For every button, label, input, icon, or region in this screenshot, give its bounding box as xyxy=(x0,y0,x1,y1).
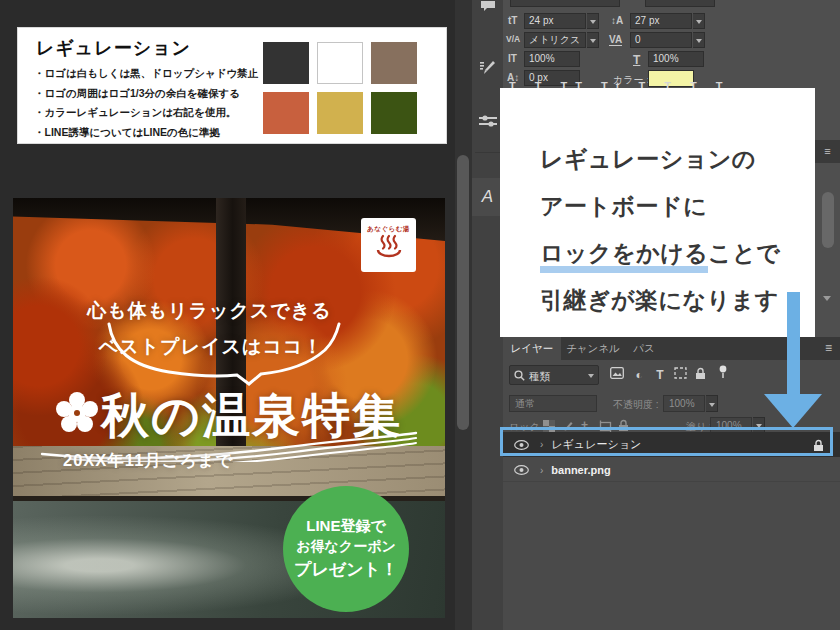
tracking-icon: VA xyxy=(609,34,622,46)
regulation-rule: ・LINE誘導についてはLINEの色に準拠 xyxy=(34,123,258,143)
panel-header-bar: ≡ xyxy=(815,140,840,163)
badge-line3: プレゼント！ xyxy=(294,558,398,581)
glyphs-panel-icon[interactable]: A xyxy=(472,178,503,216)
filter-pixel-layers-icon[interactable] xyxy=(609,367,625,383)
leading-icon: ↕A xyxy=(611,15,623,26)
regulation-rule: ・カラーレギュレーションは右記を使用。 xyxy=(34,103,258,123)
font-size-icon: tT xyxy=(508,15,517,26)
callout-line2: アートボードに xyxy=(540,183,815,230)
properties-panel-icon[interactable] xyxy=(472,104,503,138)
color-swatch xyxy=(263,42,309,84)
onsen-icon xyxy=(374,234,404,258)
regulation-title: レギュレーション xyxy=(36,36,191,60)
color-swatch xyxy=(371,42,417,84)
chevron-down-icon[interactable] xyxy=(823,296,831,301)
brush-settings-icon[interactable] xyxy=(472,50,503,84)
panel-scrollbar-thumb[interactable] xyxy=(822,192,834,248)
layer-row-banner[interactable]: › banner.png xyxy=(503,459,840,482)
color-swatch xyxy=(263,92,309,134)
tab-channels[interactable]: チャンネル xyxy=(561,337,625,360)
panel-menu-icon[interactable]: ≡ xyxy=(817,337,840,360)
character-panel: tT 24 px ↕A 27 px V/A メトリクス VA 0 IT 100%… xyxy=(503,0,840,96)
filter-shape-icon[interactable] xyxy=(672,367,688,383)
opacity-dropdown[interactable] xyxy=(706,395,718,412)
font-style-select[interactable] xyxy=(645,0,715,7)
callout-highlight: ロックをかける xyxy=(540,240,708,273)
onsen-logo-badge: あなぐらむ湯 xyxy=(361,218,416,272)
font-size-field[interactable]: 24 px xyxy=(524,13,586,29)
tab-layers[interactable]: レイヤー xyxy=(503,337,561,360)
annotation-highlight-border xyxy=(500,427,833,456)
opacity-label: 不透明度 : xyxy=(613,398,659,412)
filter-adjustment-icon[interactable]: ◐ xyxy=(631,367,647,383)
color-swatch xyxy=(317,42,363,84)
kerning-dropdown[interactable] xyxy=(587,32,599,48)
tutorial-callout: レギュレーションの アートボードに ロックをかけることで 引継ぎが楽になります xyxy=(500,88,815,337)
filter-type-icon[interactable]: T xyxy=(652,367,668,383)
vertical-scale-field[interactable]: 100% xyxy=(524,51,580,67)
callout-line1: レギュレーションの xyxy=(540,136,815,183)
regulation-rule: ・ロゴは白もしくは黒、ドロップシャドウ禁止 xyxy=(34,64,258,84)
photoshop-window: レギュレーション ・ロゴは白もしくは黒、ドロップシャドウ禁止 ・ロゴの周囲はロゴ… xyxy=(0,0,840,630)
tracking-dropdown[interactable] xyxy=(693,32,705,48)
annotation-arrow-shaft xyxy=(787,292,800,396)
speech-swash-icon xyxy=(103,320,343,388)
font-family-select[interactable] xyxy=(510,0,620,7)
line-coupon-badge: LINE登録で お得なクーポン プレゼント！ xyxy=(283,486,409,612)
banner-artboard[interactable]: あなぐらむ湯 心も体もリラックスできる ベストプレイスはココ！ xyxy=(13,198,445,618)
color-palette xyxy=(263,42,417,134)
panel-dock: A xyxy=(472,0,503,630)
canvas-area[interactable]: レギュレーション ・ロゴは白もしくは黒、ドロップシャドウ禁止 ・ロゴの周囲はロゴ… xyxy=(0,0,455,630)
callout-line4: 引継ぎが楽になります xyxy=(540,277,815,324)
callout-line3: ロックをかけることで xyxy=(540,230,815,277)
chevron-down-icon xyxy=(588,374,594,378)
horizontal-scale-icon: T xyxy=(633,53,640,67)
opacity-field[interactable]: 100% xyxy=(663,395,705,412)
canvas-scrollbar[interactable] xyxy=(455,0,472,630)
expand-chevron-icon[interactable]: › xyxy=(540,465,543,476)
tracking-field[interactable]: 0 xyxy=(630,32,692,48)
leading-dropdown[interactable] xyxy=(693,13,705,29)
layer-name[interactable]: banner.png xyxy=(551,464,610,476)
scrollbar-thumb[interactable] xyxy=(457,155,469,430)
regulation-rules: ・ロゴは白もしくは黒、ドロップシャドウ禁止 ・ロゴの周囲はロゴ1/3分の余白を確… xyxy=(34,64,258,142)
panel-menu-icon[interactable]: ≡ xyxy=(824,145,830,157)
badge-line2: お得なクーポン xyxy=(296,538,396,556)
badge-line1: LINE登録で xyxy=(306,517,386,536)
filter-toggle-pin[interactable] xyxy=(715,365,731,381)
blend-mode-select[interactable]: 通常 xyxy=(509,395,597,412)
vertical-scale-icon: IT xyxy=(508,53,517,64)
font-size-dropdown[interactable] xyxy=(587,13,599,29)
logo-text: あなぐらむ湯 xyxy=(361,225,416,234)
regulation-artboard[interactable]: レギュレーション ・ロゴは白もしくは黒、ドロップシャドウ禁止 ・ロゴの周囲はロゴ… xyxy=(17,27,447,144)
color-swatch xyxy=(317,92,363,134)
comment-panel-icon[interactable] xyxy=(472,0,503,20)
color-swatch xyxy=(371,92,417,134)
hidden-panel-edge: ≡ xyxy=(815,88,840,337)
kerning-field[interactable]: メトリクス xyxy=(524,32,586,48)
kerning-icon: V/A xyxy=(506,34,520,44)
search-icon xyxy=(514,370,525,381)
layer-filter-select[interactable]: 種類 xyxy=(509,365,599,385)
filter-kind-label: 種類 xyxy=(529,367,550,385)
leading-field[interactable]: 27 px xyxy=(630,13,692,29)
regulation-rule: ・ロゴの周囲はロゴ1/3分の余白を確保する xyxy=(34,84,258,104)
tab-paths[interactable]: パス xyxy=(625,337,663,360)
visibility-eye-icon[interactable] xyxy=(512,461,530,479)
banner-date: 20XX年11月ごろまで xyxy=(63,450,233,472)
glyphs-a-icon: A xyxy=(482,187,493,207)
horizontal-scale-field[interactable]: 100% xyxy=(648,51,704,67)
filter-smart-object-icon[interactable] xyxy=(692,367,708,383)
divider xyxy=(475,152,500,153)
annotation-arrow-head xyxy=(764,394,822,428)
